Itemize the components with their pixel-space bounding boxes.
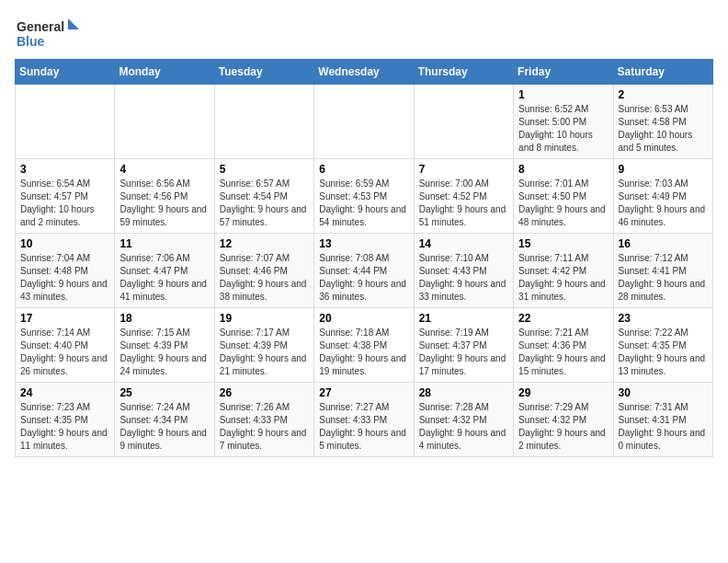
logo-svg: GeneralBlue — [15, 15, 79, 52]
day-number: 14 — [419, 237, 508, 250]
calendar-cell: 30Sunrise: 7:31 AM Sunset: 4:31 PM Dayli… — [613, 383, 712, 457]
calendar-cell: 27Sunrise: 7:27 AM Sunset: 4:33 PM Dayli… — [314, 383, 414, 457]
calendar-cell: 14Sunrise: 7:10 AM Sunset: 4:43 PM Dayli… — [414, 234, 513, 308]
calendar-cell: 24Sunrise: 7:23 AM Sunset: 4:35 PM Dayli… — [16, 383, 115, 457]
calendar-cell: 5Sunrise: 6:57 AM Sunset: 4:54 PM Daylig… — [214, 159, 313, 234]
calendar-cell: 4Sunrise: 6:56 AM Sunset: 4:56 PM Daylig… — [115, 159, 214, 234]
day-info: Sunrise: 7:01 AM Sunset: 4:50 PM Dayligh… — [518, 178, 608, 229]
day-number: 13 — [319, 237, 408, 250]
day-info: Sunrise: 7:04 AM Sunset: 4:48 PM Dayligh… — [20, 252, 109, 304]
day-number: 10 — [20, 237, 109, 250]
day-number: 2 — [619, 88, 708, 101]
calendar-cell: 22Sunrise: 7:21 AM Sunset: 4:36 PM Dayli… — [514, 308, 613, 383]
day-info: Sunrise: 7:15 AM Sunset: 4:39 PM Dayligh… — [119, 327, 209, 378]
day-info: Sunrise: 7:31 AM Sunset: 4:31 PM Dayligh… — [619, 401, 708, 453]
day-info: Sunrise: 7:23 AM Sunset: 4:35 PM Dayligh… — [20, 401, 109, 453]
calendar-cell: 1Sunrise: 6:52 AM Sunset: 5:00 PM Daylig… — [514, 85, 613, 159]
column-header-wednesday: Wednesday — [314, 60, 414, 85]
day-info: Sunrise: 6:57 AM Sunset: 4:54 PM Dayligh… — [220, 178, 309, 229]
calendar-cell: 19Sunrise: 7:17 AM Sunset: 4:39 PM Dayli… — [214, 308, 313, 383]
calendar-cell — [16, 85, 115, 159]
day-number: 8 — [518, 163, 608, 176]
day-number: 11 — [119, 237, 209, 250]
day-number: 25 — [119, 386, 209, 399]
day-info: Sunrise: 7:14 AM Sunset: 4:40 PM Dayligh… — [20, 327, 109, 378]
calendar-cell: 28Sunrise: 7:28 AM Sunset: 4:32 PM Dayli… — [414, 383, 513, 457]
calendar-cell: 21Sunrise: 7:19 AM Sunset: 4:37 PM Dayli… — [414, 308, 513, 383]
calendar-cell: 20Sunrise: 7:18 AM Sunset: 4:38 PM Dayli… — [314, 308, 414, 383]
day-number: 7 — [419, 163, 508, 176]
day-number: 5 — [220, 163, 309, 176]
calendar-cell — [214, 85, 313, 159]
day-number: 1 — [518, 88, 608, 101]
column-header-sunday: Sunday — [16, 60, 115, 85]
day-info: Sunrise: 7:10 AM Sunset: 4:43 PM Dayligh… — [419, 252, 508, 304]
calendar-cell: 13Sunrise: 7:08 AM Sunset: 4:44 PM Dayli… — [314, 234, 414, 308]
calendar-cell — [314, 85, 414, 159]
calendar-cell — [115, 85, 214, 159]
calendar-cell: 29Sunrise: 7:29 AM Sunset: 4:32 PM Dayli… — [514, 383, 613, 457]
calendar-cell: 7Sunrise: 7:00 AM Sunset: 4:52 PM Daylig… — [414, 159, 513, 234]
day-info: Sunrise: 7:03 AM Sunset: 4:49 PM Dayligh… — [619, 178, 708, 229]
calendar-cell: 23Sunrise: 7:22 AM Sunset: 4:35 PM Dayli… — [613, 308, 712, 383]
day-number: 12 — [220, 237, 309, 250]
day-info: Sunrise: 6:52 AM Sunset: 5:00 PM Dayligh… — [518, 103, 608, 155]
calendar-cell: 8Sunrise: 7:01 AM Sunset: 4:50 PM Daylig… — [514, 159, 613, 234]
calendar-cell: 12Sunrise: 7:07 AM Sunset: 4:46 PM Dayli… — [214, 234, 313, 308]
day-info: Sunrise: 7:29 AM Sunset: 4:32 PM Dayligh… — [518, 401, 608, 453]
calendar-cell: 9Sunrise: 7:03 AM Sunset: 4:49 PM Daylig… — [613, 159, 712, 234]
day-info: Sunrise: 7:08 AM Sunset: 4:44 PM Dayligh… — [319, 252, 408, 304]
day-number: 24 — [20, 386, 109, 399]
day-info: Sunrise: 7:24 AM Sunset: 4:34 PM Dayligh… — [119, 401, 209, 453]
day-number: 19 — [220, 312, 309, 325]
day-info: Sunrise: 7:27 AM Sunset: 4:33 PM Dayligh… — [319, 401, 408, 453]
day-number: 16 — [619, 237, 708, 250]
day-number: 29 — [518, 386, 608, 399]
day-number: 26 — [220, 386, 309, 399]
day-number: 18 — [119, 312, 209, 325]
day-number: 17 — [20, 312, 109, 325]
calendar-table: SundayMondayTuesdayWednesdayThursdayFrid… — [15, 59, 713, 457]
logo: GeneralBlue — [15, 15, 79, 52]
header: GeneralBlue — [15, 15, 713, 52]
calendar-cell: 2Sunrise: 6:53 AM Sunset: 4:58 PM Daylig… — [613, 85, 712, 159]
day-number: 22 — [518, 312, 608, 325]
column-header-monday: Monday — [115, 60, 214, 85]
calendar-cell: 26Sunrise: 7:26 AM Sunset: 4:33 PM Dayli… — [214, 383, 313, 457]
day-info: Sunrise: 7:28 AM Sunset: 4:32 PM Dayligh… — [419, 401, 508, 453]
calendar-cell — [414, 85, 513, 159]
day-number: 3 — [20, 163, 109, 176]
calendar-cell: 3Sunrise: 6:54 AM Sunset: 4:57 PM Daylig… — [16, 159, 115, 234]
day-info: Sunrise: 6:53 AM Sunset: 4:58 PM Dayligh… — [619, 103, 708, 155]
day-number: 6 — [319, 163, 408, 176]
week-row-1: 1Sunrise: 6:52 AM Sunset: 5:00 PM Daylig… — [16, 85, 713, 159]
day-number: 30 — [619, 386, 708, 399]
calendar-header-row: SundayMondayTuesdayWednesdayThursdayFrid… — [16, 60, 713, 85]
day-number: 9 — [619, 163, 708, 176]
day-number: 4 — [119, 163, 209, 176]
day-number: 28 — [419, 386, 508, 399]
day-info: Sunrise: 7:22 AM Sunset: 4:35 PM Dayligh… — [619, 327, 708, 378]
day-number: 23 — [619, 312, 708, 325]
column-header-tuesday: Tuesday — [214, 60, 313, 85]
day-info: Sunrise: 7:21 AM Sunset: 4:36 PM Dayligh… — [518, 327, 608, 378]
week-row-5: 24Sunrise: 7:23 AM Sunset: 4:35 PM Dayli… — [16, 383, 713, 457]
calendar-cell: 10Sunrise: 7:04 AM Sunset: 4:48 PM Dayli… — [16, 234, 115, 308]
day-info: Sunrise: 7:26 AM Sunset: 4:33 PM Dayligh… — [220, 401, 309, 453]
calendar-cell: 17Sunrise: 7:14 AM Sunset: 4:40 PM Dayli… — [16, 308, 115, 383]
day-info: Sunrise: 7:00 AM Sunset: 4:52 PM Dayligh… — [419, 178, 508, 229]
column-header-thursday: Thursday — [414, 60, 513, 85]
calendar-cell: 16Sunrise: 7:12 AM Sunset: 4:41 PM Dayli… — [613, 234, 712, 308]
day-info: Sunrise: 6:56 AM Sunset: 4:56 PM Dayligh… — [119, 178, 209, 229]
day-info: Sunrise: 7:06 AM Sunset: 4:47 PM Dayligh… — [119, 252, 209, 304]
day-info: Sunrise: 7:19 AM Sunset: 4:37 PM Dayligh… — [419, 327, 508, 378]
week-row-4: 17Sunrise: 7:14 AM Sunset: 4:40 PM Dayli… — [16, 308, 713, 383]
calendar-cell: 15Sunrise: 7:11 AM Sunset: 4:42 PM Dayli… — [514, 234, 613, 308]
day-info: Sunrise: 7:07 AM Sunset: 4:46 PM Dayligh… — [220, 252, 309, 304]
calendar-cell: 11Sunrise: 7:06 AM Sunset: 4:47 PM Dayli… — [115, 234, 214, 308]
calendar-cell: 18Sunrise: 7:15 AM Sunset: 4:39 PM Dayli… — [115, 308, 214, 383]
day-info: Sunrise: 6:54 AM Sunset: 4:57 PM Dayligh… — [20, 178, 109, 229]
day-number: 27 — [319, 386, 408, 399]
column-header-friday: Friday — [514, 60, 613, 85]
svg-text:Blue: Blue — [17, 34, 45, 49]
